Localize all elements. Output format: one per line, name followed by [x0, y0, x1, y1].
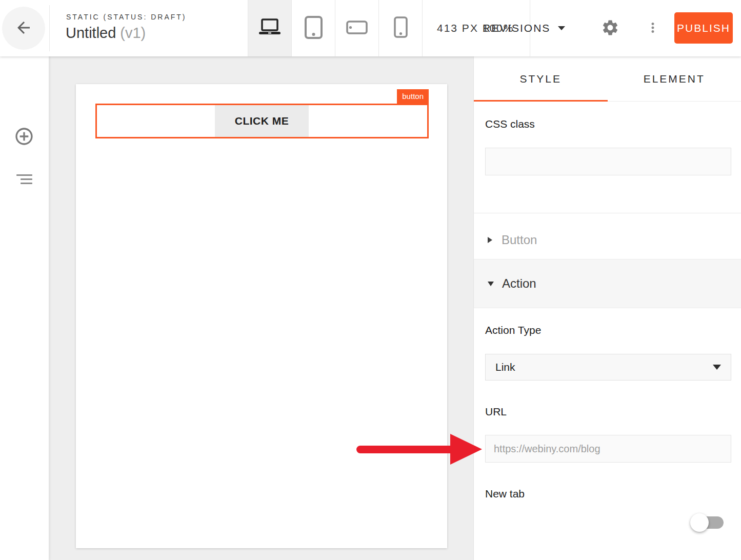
action-type-select[interactable]: Link — [485, 354, 731, 381]
device-preview-bar — [248, 0, 423, 56]
top-bar: STATIC (STATUS: DRAFT) Untitled(v1) — [0, 0, 741, 56]
active-tab-indicator — [474, 100, 608, 102]
caret-down-icon — [713, 365, 721, 370]
caret-down-icon — [488, 282, 494, 286]
action-type-value: Link — [495, 361, 515, 373]
device-desktop-button[interactable] — [248, 0, 292, 56]
style-panel: STYLE ELEMENT CSS class Button Action Ac… — [473, 56, 741, 560]
element-navigator-button[interactable] — [16, 173, 33, 185]
kebab-vertical-icon — [645, 30, 660, 38]
css-class-input[interactable] — [485, 148, 731, 175]
action-section-header[interactable]: Action — [474, 259, 741, 308]
publish-button[interactable]: PUBLISH — [674, 12, 733, 44]
toggle-thumb — [690, 513, 709, 532]
caret-down-icon — [558, 26, 565, 30]
click-me-button[interactable]: CLICK ME — [215, 105, 309, 137]
add-element-button[interactable] — [14, 126, 34, 147]
url-input[interactable] — [485, 435, 731, 463]
viewport-size-indicator: 413 PX 100% — [437, 0, 514, 56]
phone-landscape-icon — [346, 21, 368, 36]
back-button[interactable] — [2, 7, 45, 50]
selected-button-element[interactable]: button CLICK ME — [95, 104, 429, 138]
button-section-header[interactable]: Button — [474, 221, 741, 259]
device-tablet-button[interactable] — [292, 0, 335, 56]
page-title: Untitled(v1) — [66, 25, 146, 42]
page-canvas: button CLICK ME — [76, 84, 447, 548]
header-divider — [49, 5, 50, 51]
more-menu-button[interactable] — [645, 19, 660, 37]
editor-workspace: button CLICK ME — [49, 56, 473, 560]
arrow-left-icon — [14, 18, 33, 38]
action-type-label: Action Type — [485, 324, 541, 336]
settings-button[interactable] — [600, 18, 620, 38]
new-tab-toggle[interactable] — [692, 516, 724, 529]
button-section-label: Button — [502, 233, 537, 247]
tab-style[interactable]: STYLE — [474, 56, 608, 101]
page-title-text: Untitled — [66, 25, 116, 41]
device-landscape-button[interactable] — [335, 0, 379, 56]
element-type-badge: button — [397, 89, 429, 104]
tablet-portrait-icon — [305, 16, 323, 41]
page-version: (v1) — [120, 25, 146, 41]
plus-circle-icon — [14, 141, 34, 148]
gear-icon — [601, 31, 619, 38]
panel-tabs: STYLE ELEMENT — [474, 56, 741, 102]
page-builder: STATIC (STATUS: DRAFT) Untitled(v1) — [0, 0, 741, 560]
section-divider — [474, 213, 741, 213]
device-mobile-button[interactable] — [379, 0, 423, 56]
phone-portrait-icon — [394, 16, 408, 40]
new-tab-label: New tab — [485, 488, 525, 500]
left-toolbar — [0, 56, 49, 560]
url-label: URL — [485, 406, 507, 418]
caret-right-icon — [488, 237, 492, 243]
css-class-label: CSS class — [485, 118, 535, 130]
laptop-icon — [257, 18, 282, 38]
action-section-label: Action — [502, 276, 536, 291]
page-status: STATIC (STATUS: DRAFT) — [66, 13, 187, 21]
tab-element[interactable]: ELEMENT — [608, 56, 741, 101]
